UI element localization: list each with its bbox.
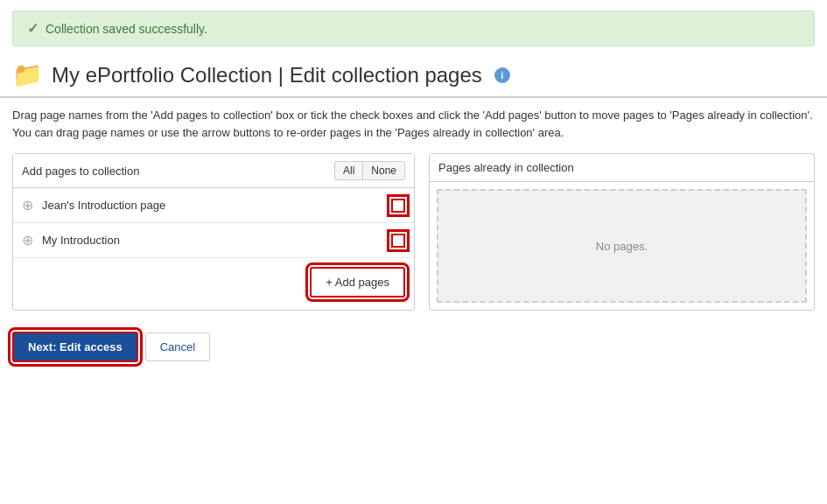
- drag-handle-icon[interactable]: ⊕: [22, 232, 33, 248]
- drag-handle-icon[interactable]: ⊕: [22, 197, 33, 214]
- success-banner: ✓ Collection saved successfully.: [12, 10, 815, 46]
- cancel-button[interactable]: Cancel: [145, 332, 210, 361]
- panel-header-buttons: All None: [334, 161, 405, 180]
- instruction-line1: Drag page names from the 'Add pages to c…: [12, 107, 815, 124]
- left-panel: Add pages to collection All None ⊕ Jean'…: [12, 153, 415, 311]
- page-row: ⊕ Jean's Introduction page: [13, 188, 414, 223]
- page-checkbox-2[interactable]: [391, 234, 405, 248]
- panel-header: Add pages to collection All None: [13, 154, 414, 188]
- add-pages-button[interactable]: + Add pages: [310, 267, 405, 298]
- page-name: My Introduction: [42, 234, 382, 247]
- none-button[interactable]: None: [362, 161, 405, 180]
- success-message: Collection saved successfully.: [46, 22, 207, 36]
- all-button[interactable]: All: [334, 161, 362, 180]
- instruction-line2: You can drag page names or use the arrow…: [12, 124, 815, 142]
- panel-title: Add pages to collection: [22, 164, 139, 178]
- page-title: My ePortfolio Collection | Edit collecti…: [52, 63, 482, 88]
- right-panel-content: No pages.: [437, 189, 807, 303]
- page-row: ⊕ My Introduction: [13, 223, 414, 258]
- right-panel: Pages already in collection No pages.: [429, 153, 815, 311]
- check-icon: ✓: [27, 20, 39, 37]
- bottom-buttons: Next: Edit access Cancel: [0, 325, 827, 376]
- instructions: Drag page names from the 'Add pages to c…: [0, 98, 827, 153]
- no-pages-text: No pages.: [596, 240, 648, 253]
- right-panel-title: Pages already in collection: [430, 154, 814, 182]
- add-pages-row: + Add pages: [13, 258, 414, 306]
- info-icon[interactable]: i: [494, 67, 510, 83]
- page-name: Jean's Introduction page: [42, 199, 382, 212]
- page-checkbox-1[interactable]: [391, 199, 405, 213]
- main-content: Add pages to collection All None ⊕ Jean'…: [0, 153, 827, 325]
- page-title-area: 📁 My ePortfolio Collection | Edit collec…: [0, 46, 827, 98]
- next-edit-access-button[interactable]: Next: Edit access: [12, 332, 138, 362]
- folder-icon: 📁: [12, 60, 43, 89]
